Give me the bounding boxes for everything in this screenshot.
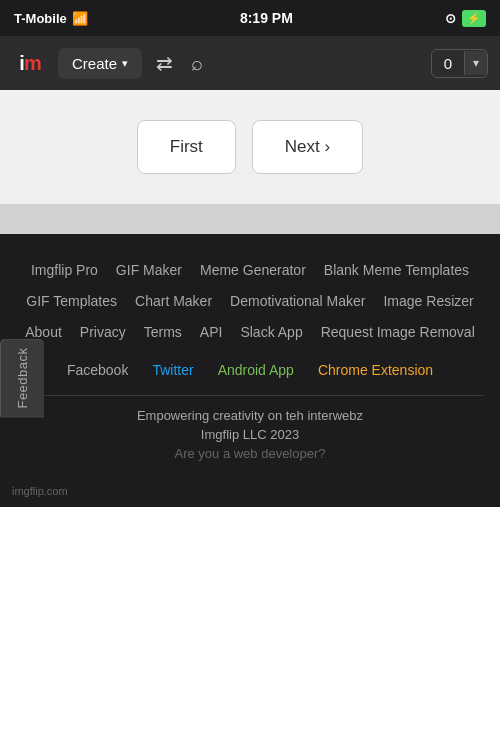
footer-link-api[interactable]: API: [200, 320, 223, 345]
footer-bottom: Empowering creativity on teh interwebz I…: [16, 408, 484, 461]
footer-link-blank-meme-templates[interactable]: Blank Meme Templates: [324, 258, 469, 283]
footer-link-image-resizer[interactable]: Image Resizer: [383, 289, 473, 314]
footer: Imgflip Pro GIF Maker Meme Generator Bla…: [0, 234, 500, 477]
divider-area: [0, 204, 500, 234]
logo: im: [12, 45, 48, 81]
cart-count: 0: [432, 50, 464, 77]
site-url: imgflip.com: [12, 485, 68, 497]
footer-link-imgflip-pro[interactable]: Imgflip Pro: [31, 258, 98, 283]
cart-expand-button[interactable]: ▾: [464, 51, 487, 75]
footer-link-chart-maker[interactable]: Chart Maker: [135, 289, 212, 314]
status-right: ⊙ ⚡: [445, 10, 486, 27]
cart-area: 0 ▾: [431, 49, 488, 78]
shuffle-icon: ⇄: [156, 52, 173, 74]
create-label: Create: [72, 55, 117, 72]
footer-links: Imgflip Pro GIF Maker Meme Generator Bla…: [16, 258, 484, 346]
feedback-tab-wrapper: Feedback: [0, 338, 44, 417]
carrier-name: T-Mobile: [14, 11, 67, 26]
site-url-bar: imgflip.com: [0, 477, 500, 507]
create-button[interactable]: Create ▾: [58, 48, 142, 79]
footer-link-slack-app[interactable]: Slack App: [240, 320, 302, 345]
footer-link-demotivational-maker[interactable]: Demotivational Maker: [230, 289, 365, 314]
footer-link-facebook[interactable]: Facebook: [67, 358, 128, 383]
footer-link-android[interactable]: Android App: [218, 358, 294, 383]
footer-link-twitter[interactable]: Twitter: [152, 358, 193, 383]
logo-m: m: [24, 52, 41, 74]
footer-link-chrome[interactable]: Chrome Extension: [318, 358, 433, 383]
footer-divider: [16, 395, 484, 396]
shuffle-button[interactable]: ⇄: [152, 47, 177, 79]
status-left: T-Mobile 📶: [14, 11, 88, 26]
footer-link-gif-maker[interactable]: GIF Maker: [116, 258, 182, 283]
status-bar: T-Mobile 📶 8:19 PM ⊙ ⚡: [0, 0, 500, 36]
social-links: Facebook Twitter Android App Chrome Exte…: [16, 358, 484, 383]
wifi-icon: 📶: [72, 11, 88, 26]
footer-link-request-removal[interactable]: Request Image Removal: [321, 320, 475, 345]
next-page-button[interactable]: Next ›: [252, 120, 363, 174]
search-icon: ⌕: [191, 52, 203, 74]
cart-chevron-icon: ▾: [473, 56, 479, 70]
footer-dev-text: Are you a web developer?: [16, 446, 484, 461]
search-button[interactable]: ⌕: [187, 48, 207, 79]
navbar: im Create ▾ ⇄ ⌕ 0 ▾: [0, 36, 500, 90]
footer-link-meme-generator[interactable]: Meme Generator: [200, 258, 306, 283]
footer-link-terms[interactable]: Terms: [144, 320, 182, 345]
screen-record-icon: ⊙: [445, 11, 456, 26]
feedback-tab[interactable]: Feedback: [0, 338, 44, 417]
main-content: First Next ›: [0, 90, 500, 204]
footer-tagline: Empowering creativity on teh interwebz: [16, 408, 484, 423]
create-chevron-icon: ▾: [122, 57, 128, 70]
footer-link-privacy[interactable]: Privacy: [80, 320, 126, 345]
footer-company: Imgflip LLC 2023: [16, 427, 484, 442]
status-time: 8:19 PM: [240, 10, 293, 26]
footer-link-gif-templates[interactable]: GIF Templates: [26, 289, 117, 314]
battery-icon: ⚡: [462, 10, 486, 27]
first-page-button[interactable]: First: [137, 120, 236, 174]
